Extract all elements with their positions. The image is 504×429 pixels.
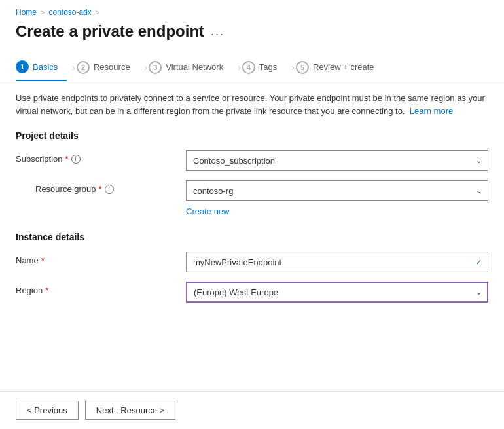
tab-basics[interactable]: 1 Basics [16,54,67,81]
subscription-required: * [65,154,69,164]
rg-info-icon[interactable]: i [105,185,114,194]
instance-details-title: Instance details [16,232,488,242]
tab-vn-label: Virtual Network [166,62,223,72]
subscription-control: Contoso_subscription ⌄ [186,150,488,171]
subscription-dropdown[interactable]: Contoso_subscription [186,150,488,171]
name-row: Name * myNewPrivateEndpoint ✓ [16,252,488,272]
tab-tags-label: Tags [259,62,277,72]
region-row: Region * (Europe) West Europe ⌄ [16,282,488,303]
tab-basics-circle: 1 [16,60,29,73]
project-details-title: Project details [16,130,488,141]
page-title-row: Create a private endpoint ... [0,22,504,54]
wizard-tabs: 1 Basics › 2 Resource › 3 Virtual Networ… [0,54,504,81]
previous-button[interactable]: < Previous [16,401,79,420]
tab-review-label: Review + create [313,62,374,72]
region-control: (Europe) West Europe ⌄ [186,282,488,303]
next-button[interactable]: Next : Resource > [85,401,175,420]
resource-group-row: Resource group * i contoso-rg ⌄ [16,180,488,201]
info-banner: Use private endpoints to privately conne… [16,92,488,117]
create-new-link[interactable]: Create new [186,206,229,216]
tab-sep-3: › [238,62,241,73]
resource-group-control: contoso-rg ⌄ [186,180,488,201]
create-new-wrapper: Create new [186,204,229,216]
breadcrumb-home[interactable]: Home [16,8,37,17]
resource-group-dropdown-wrapper: contoso-rg ⌄ [186,180,488,201]
breadcrumb: Home > contoso-adx > [0,0,504,22]
name-dropdown-wrapper: myNewPrivateEndpoint ✓ [186,252,488,272]
tab-review-circle: 5 [296,61,309,74]
tab-tags-circle: 4 [242,61,255,74]
name-label: Name * [16,252,186,265]
region-required: * [45,286,48,295]
tab-resource-circle: 2 [77,61,90,74]
name-input[interactable]: myNewPrivateEndpoint [186,252,488,272]
page-title-options[interactable]: ... [211,25,225,39]
region-label: Region * [16,282,186,295]
tab-sep-2: › [145,62,148,73]
tab-sep-4: › [291,62,295,73]
resource-group-label-wrapper: Resource group * i [16,180,186,194]
region-dropdown-wrapper: (Europe) West Europe ⌄ [186,282,488,303]
tab-tags[interactable]: 4 Tags [242,54,286,81]
tab-basics-label: Basics [33,62,58,72]
tab-sep-1: › [72,62,75,73]
subscription-info-icon[interactable]: i [71,155,81,164]
tab-review-create[interactable]: 5 Review + create [296,54,384,81]
breadcrumb-parent[interactable]: contoso-adx [48,8,91,17]
name-required: * [41,255,45,265]
footer: < Previous Next : Resource > [0,391,504,429]
project-details-section: Subscription * i Contoso_subscription ⌄ … [0,150,504,216]
page-title: Create a private endpoint [16,22,204,41]
instance-details-section: Name * myNewPrivateEndpoint ✓ Region * (… [0,252,504,303]
subscription-row: Subscription * i Contoso_subscription ⌄ [16,150,488,171]
name-control: myNewPrivateEndpoint ✓ [186,252,488,272]
subscription-label: Subscription * i [16,150,186,164]
tab-vn-circle: 3 [149,61,162,74]
tab-resource-label: Resource [94,62,130,72]
breadcrumb-sep2: > [96,9,99,16]
region-dropdown[interactable]: (Europe) West Europe [186,282,488,303]
breadcrumb-sep1: > [41,9,45,16]
tab-virtual-network[interactable]: 3 Virtual Network [149,54,232,81]
learn-more-link[interactable]: Learn more [410,106,453,116]
rg-required: * [99,184,102,194]
tab-resource[interactable]: 2 Resource [77,54,139,81]
create-new-row: Create new [16,204,488,216]
create-new-spacer [16,204,186,216]
resource-group-dropdown[interactable]: contoso-rg [186,180,488,201]
subscription-dropdown-wrapper: Contoso_subscription ⌄ [186,150,488,171]
